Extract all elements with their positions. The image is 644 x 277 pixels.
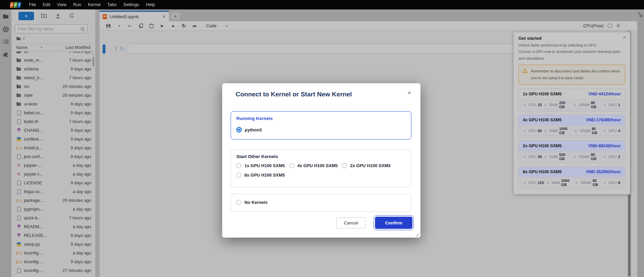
file-type-icon bbox=[16, 136, 22, 142]
breadcrumb-root[interactable]: / bbox=[23, 36, 25, 41]
table-of-contents-icon[interactable] bbox=[0, 39, 11, 44]
spec-dot-icon bbox=[575, 130, 577, 132]
filelist-scroll-up-icon[interactable]: ▲ bbox=[92, 53, 94, 55]
spec-value-cpu: 120 bbox=[538, 181, 544, 185]
menu-item[interactable]: Edit bbox=[39, 0, 54, 9]
file-row[interactable]: ui-tests 9 days ago bbox=[11, 100, 95, 109]
gpu-card[interactable]: 2x GPU H100 SXM5 VND-88248/hour CPU 30 R… bbox=[518, 141, 625, 163]
kernel-option[interactable]: 2x GPU H100 SXM5 bbox=[342, 163, 395, 168]
filelist-scrollbar-thumb[interactable] bbox=[93, 57, 94, 66]
file-row[interactable]: setup.py 9 days ago bbox=[11, 240, 95, 249]
insert-cell-icon[interactable]: + bbox=[117, 23, 122, 28]
file-row[interactable]: install.js... 9 days ago bbox=[11, 144, 95, 152]
gpu-card[interactable]: 4x GPU H100 SXM5 VND-176496/hour CPU 60 … bbox=[518, 115, 625, 137]
stop-icon[interactable]: ■ bbox=[171, 24, 175, 28]
kernel-option-label: 2x GPU H100 SXM5 bbox=[350, 163, 391, 168]
paste-icon[interactable] bbox=[149, 24, 154, 28]
extensions-icon[interactable] bbox=[0, 52, 11, 58]
tab-close-icon[interactable]: × bbox=[163, 14, 165, 19]
file-row[interactable]: jupyter-... a day ago bbox=[11, 161, 95, 170]
file-row[interactable]: lingui.co... a day ago bbox=[11, 187, 95, 196]
copy-icon[interactable] bbox=[138, 24, 143, 28]
file-row[interactable]: quick-b... 7 hours ago bbox=[11, 214, 95, 222]
column-header-modified[interactable]: Last Modified bbox=[66, 45, 91, 50]
upload-icon[interactable] bbox=[56, 13, 60, 20]
file-row[interactable]: tsconfig.... 9 days ago bbox=[11, 257, 95, 266]
file-row[interactable]: conftest.... 9 days ago bbox=[11, 135, 95, 144]
run-icon[interactable]: ▶ bbox=[160, 24, 165, 28]
running-kernels-icon[interactable] bbox=[0, 26, 11, 32]
bug-icon[interactable] bbox=[616, 23, 620, 29]
confirm-button[interactable]: Confirm bbox=[375, 217, 412, 229]
menu-item[interactable]: Tabs bbox=[104, 0, 120, 9]
file-name: package... bbox=[24, 198, 63, 203]
file-row[interactable]: READM... a day ago bbox=[11, 222, 95, 231]
file-row[interactable]: tsconfig.... 27 minutes ago bbox=[11, 266, 95, 275]
new-folder-icon[interactable] bbox=[41, 13, 47, 19]
menu-item[interactable]: Help bbox=[142, 0, 158, 9]
radio-icon[interactable] bbox=[236, 200, 241, 205]
spec-dot-icon bbox=[544, 130, 547, 132]
dialog-close-icon[interactable]: × bbox=[408, 90, 411, 96]
file-type-icon bbox=[16, 66, 22, 72]
restart-kernel-icon[interactable]: ↻ bbox=[181, 23, 186, 29]
kernel-option[interactable]: 8x GPU H100 SXM5 bbox=[236, 173, 289, 178]
cell-collapser[interactable] bbox=[103, 44, 105, 54]
file-row[interactable]: pyprojec... a day ago bbox=[11, 205, 95, 214]
add-tab-button[interactable]: + bbox=[171, 12, 180, 20]
kernel-option-none[interactable]: No Kernels bbox=[236, 200, 268, 205]
dialog-resize-handle[interactable] bbox=[416, 233, 419, 237]
radio-icon[interactable] bbox=[289, 163, 294, 168]
file-row[interactable]: jupyter-l... a day ago bbox=[11, 170, 95, 179]
menu-item[interactable]: View bbox=[54, 0, 70, 9]
breadcrumb[interactable]: / bbox=[16, 36, 25, 41]
save-icon[interactable] bbox=[106, 24, 111, 28]
panel-splitter[interactable] bbox=[95, 9, 100, 277]
file-row[interactable]: RELEASE... 9 days ago bbox=[11, 231, 95, 240]
menu-item[interactable]: Run bbox=[70, 0, 84, 9]
file-row[interactable]: CHANG... 9 days ago bbox=[11, 126, 95, 135]
gpu-card[interactable]: 8x GPU H100 SXM5 VND-352992/hour CPU 120… bbox=[518, 166, 625, 189]
file-row[interactable]: node_m... 7 hours ago bbox=[11, 56, 95, 65]
column-header-name[interactable]: Name bbox=[16, 45, 27, 50]
filter-files-input[interactable] bbox=[18, 25, 78, 32]
radio-selected-icon[interactable] bbox=[236, 127, 242, 132]
menu-item[interactable]: File bbox=[26, 0, 39, 9]
file-row[interactable]: jest.conf... 9 days ago bbox=[11, 152, 95, 161]
fast-forward-icon[interactable]: ▶▶ bbox=[192, 24, 197, 28]
file-row[interactable]: package... 29 minutes ago bbox=[11, 196, 95, 205]
radio-icon[interactable] bbox=[236, 163, 241, 168]
refresh-icon[interactable] bbox=[69, 13, 74, 20]
panel-close-icon[interactable]: × bbox=[623, 34, 626, 40]
file-row[interactable]: tsconfig.... a day ago bbox=[11, 249, 95, 257]
file-row[interactable]: schema 9 days ago bbox=[11, 65, 95, 73]
spec-label-cpu: CPU bbox=[529, 181, 536, 185]
tab-untitled3[interactable]: Untitled3.ipynb × bbox=[100, 11, 169, 21]
file-row[interactable]: select_k... 7 hours ago bbox=[11, 73, 95, 82]
file-row[interactable]: lib 7 hours ago bbox=[11, 52, 95, 56]
cell-type-select[interactable]: Code bbox=[206, 23, 228, 28]
file-row[interactable]: babel.co... 9 days ago bbox=[11, 109, 95, 117]
gpu-price: VND-176496/hour bbox=[586, 118, 621, 122]
file-row[interactable]: style 29 minutes ago bbox=[11, 91, 95, 100]
cancel-button[interactable]: Cancel bbox=[336, 217, 366, 228]
file-row[interactable]: LICENSE 9 days ago bbox=[11, 179, 95, 187]
page-scrollbar-thumb[interactable] bbox=[628, 194, 631, 276]
gpu-card[interactable]: 1x GPU H100 SXM5 VND-44124/hour CPU 15 R… bbox=[518, 89, 625, 112]
file-browser-icon[interactable] bbox=[0, 13, 11, 19]
file-row[interactable]: build.sh 7 hours ago bbox=[11, 117, 95, 126]
file-type-icon bbox=[16, 52, 22, 54]
kernel-option-python3[interactable]: python3 bbox=[236, 127, 262, 132]
kernel-option[interactable]: 1x GPU H100 SXM5 bbox=[236, 163, 289, 168]
kernel-status-icon[interactable] bbox=[608, 24, 612, 28]
new-launcher-button[interactable]: + bbox=[19, 12, 34, 20]
kernel-option[interactable]: 4x GPU H100 SXM5 bbox=[289, 163, 342, 168]
filter-files-box bbox=[15, 24, 88, 33]
kernel-name[interactable]: CPU(Free) bbox=[583, 24, 604, 28]
menu-item[interactable]: Settings bbox=[120, 0, 142, 9]
cut-icon[interactable]: ✂ bbox=[128, 23, 132, 29]
radio-icon[interactable] bbox=[342, 163, 347, 168]
menu-item[interactable]: Kernel bbox=[84, 0, 104, 9]
radio-icon[interactable] bbox=[236, 173, 241, 178]
file-row[interactable]: src 29 minutes ago bbox=[11, 82, 95, 91]
